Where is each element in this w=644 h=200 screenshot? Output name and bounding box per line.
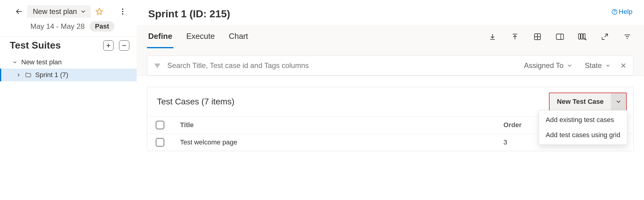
svg-rect-19 (578, 34, 580, 39)
columns-edit-icon (578, 33, 587, 41)
menu-add-existing[interactable]: Add existing test cases (539, 112, 627, 127)
tab-define[interactable]: Define (147, 25, 173, 48)
split-view-button[interactable] (555, 32, 564, 41)
chevron-down-icon (605, 63, 611, 69)
chevron-right-icon (16, 72, 21, 78)
svg-rect-17 (556, 34, 564, 39)
test-suites-heading: Test Suites (10, 40, 61, 51)
test-cases-card: Test Cases (7 items) New Test Case Add e… (147, 87, 634, 151)
column-title[interactable]: Title (180, 121, 503, 129)
split-pane-icon (556, 33, 564, 40)
grid-icon (533, 33, 541, 41)
new-test-case-dropdown-toggle[interactable] (611, 93, 626, 110)
chevron-down-icon (567, 63, 573, 69)
svg-rect-20 (581, 34, 583, 39)
tree-item-root[interactable]: New test plan (0, 56, 137, 69)
test-cases-title: Test Cases (7 items) (157, 97, 234, 107)
more-actions-button[interactable] (118, 7, 128, 16)
tab-label: Define (148, 32, 172, 41)
row-checkbox[interactable] (156, 138, 164, 147)
filter-button[interactable] (623, 32, 632, 41)
chevron-down-icon (80, 8, 87, 15)
date-range-label: May 14 - May 28 (30, 22, 85, 31)
filter-label: Assigned To (524, 61, 564, 70)
tree-item-sprint1[interactable]: Sprint 1 (7) (0, 69, 137, 81)
svg-point-2 (122, 8, 123, 10)
back-button[interactable] (15, 7, 24, 16)
plan-name-label: New test plan (33, 7, 77, 16)
svg-line-22 (605, 34, 608, 37)
svg-marker-1 (96, 8, 103, 15)
tab-execute[interactable]: Execute (185, 25, 216, 48)
close-icon (620, 62, 627, 69)
fullscreen-button[interactable] (600, 32, 609, 41)
status-badge: Past (90, 21, 114, 32)
chevron-down-icon (12, 59, 18, 65)
kebab-icon (122, 8, 124, 15)
help-icon (612, 9, 618, 15)
tab-chart[interactable]: Chart (227, 25, 249, 48)
svg-point-3 (122, 11, 123, 12)
new-test-case-menu: Add existing test cases Add test cases u… (539, 110, 627, 145)
filter-assigned-to[interactable]: Assigned To (521, 61, 576, 70)
search-bar: Assigned To State (147, 56, 634, 76)
menu-add-grid[interactable]: Add test cases using grid (539, 127, 627, 143)
select-all-checkbox[interactable] (156, 121, 164, 129)
plus-icon (106, 43, 111, 48)
favorite-toggle[interactable] (94, 7, 104, 16)
filter-state[interactable]: State (582, 61, 614, 70)
collapse-all-button[interactable] (119, 40, 129, 51)
filter-label: State (585, 61, 602, 70)
filter-icon (624, 33, 631, 40)
sidebar: New test plan May 14 - May 28 Past Test … (0, 0, 137, 200)
chevron-down-icon (615, 98, 622, 105)
tab-label: Execute (186, 32, 215, 41)
main-content: Sprint 1 (ID: 215) Help Define Execute C… (137, 0, 644, 200)
upload-icon (511, 33, 519, 41)
tab-label: Chart (229, 32, 248, 41)
svg-point-9 (614, 13, 615, 14)
star-outline-icon (95, 8, 103, 15)
suite-tree: New test plan Sprint 1 (7) (0, 54, 137, 81)
help-label: Help (619, 8, 632, 16)
cell-title: Test welcome page (180, 138, 503, 146)
export-button[interactable] (510, 32, 520, 41)
clear-filter-button[interactable] (620, 62, 627, 69)
column-options-button[interactable] (578, 32, 587, 41)
svg-point-4 (122, 13, 123, 15)
filter-lines-icon (154, 62, 161, 69)
add-suite-button[interactable] (103, 40, 114, 51)
folder-icon (25, 72, 32, 78)
help-link[interactable]: Help (612, 8, 632, 16)
minus-icon (122, 43, 127, 48)
download-icon (489, 33, 496, 41)
page-title: Sprint 1 (ID: 215) (148, 8, 230, 20)
button-label: New Test Case (557, 98, 604, 106)
test-plan-selector[interactable]: New test plan (27, 5, 91, 18)
tree-item-label: New test plan (21, 58, 62, 66)
new-test-case-button[interactable]: New Test Case (550, 93, 611, 110)
search-input[interactable] (167, 61, 515, 70)
grid-view-button[interactable] (533, 32, 542, 41)
expand-icon (601, 33, 608, 40)
import-button[interactable] (488, 32, 497, 41)
arrow-left-icon (15, 8, 23, 15)
tree-item-label: Sprint 1 (7) (35, 71, 68, 79)
new-test-case-splitbutton: New Test Case (549, 93, 627, 111)
